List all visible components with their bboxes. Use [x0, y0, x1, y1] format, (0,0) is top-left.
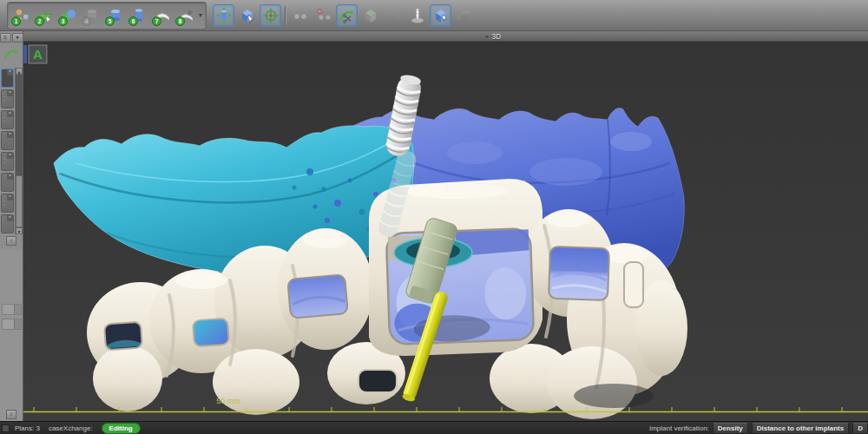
grab-cube-icon — [432, 7, 450, 24]
cube-gray-icon — [362, 7, 379, 24]
step-badge: 5 — [105, 16, 115, 26]
casexchange-label: caseXchange: — [49, 424, 93, 432]
cut-gray-arrow-icon — [456, 7, 473, 24]
pin-icon[interactable]: * — [7, 153, 13, 159]
step-button-model-alignment[interactable]: 3 — [57, 4, 79, 27]
distance-other-implants-button[interactable]: Distance to other implants — [752, 423, 849, 434]
density-button[interactable]: Density — [713, 423, 748, 434]
step-button-segmentation[interactable]: 2 — [34, 4, 56, 27]
viewport-tab-bar: ▸ 3D — [23, 31, 868, 42]
main-toolbar: 1 2 3 4 5 6 7 8 ▾ — [0, 0, 868, 31]
sidebar-caret-icon[interactable]: ▾ — [12, 33, 23, 43]
step-badge: 2 — [35, 16, 44, 26]
cut-green-arrow-icon — [339, 7, 356, 24]
pin-icon[interactable]: * — [7, 90, 13, 96]
viewport-3d[interactable]: 50 mm A — [23, 42, 868, 421]
far-right-window[interactable] — [624, 262, 643, 307]
target-crosshair-icon — [262, 7, 279, 24]
sidebar-scrollbar[interactable]: ▲ ▼ — [15, 68, 23, 234]
sidebar-panel[interactable]: * — [1, 214, 14, 233]
cut-view-button[interactable] — [336, 4, 358, 27]
guide-shadow — [574, 384, 654, 408]
sidebar-panel[interactable]: * — [1, 194, 14, 213]
bottom-window[interactable] — [358, 370, 397, 392]
sidebar-panel[interactable]: * — [1, 110, 14, 129]
pin-icon[interactable]: * — [7, 132, 13, 138]
cut-tool-button[interactable] — [453, 4, 475, 27]
sidebar-panel[interactable]: * — [1, 152, 14, 171]
step-overflow-caret-icon[interactable]: ▾ — [197, 11, 204, 19]
pin-icon[interactable]: * — [7, 194, 13, 201]
toolbar-divider — [285, 6, 286, 25]
pin-icon[interactable]: * — [7, 174, 13, 180]
pin-icon[interactable]: * — [7, 215, 13, 221]
move-implant-icon — [215, 7, 233, 24]
sidebar-panel[interactable]: * — [1, 173, 14, 192]
implant-verification-label: Implant verification: — [649, 424, 709, 432]
view-glasses-stop-button[interactable] — [312, 4, 334, 27]
select-cube-icon — [239, 7, 256, 24]
statusbar-grip-icon — [2, 424, 10, 432]
step-button-template-design[interactable]: 7 — [151, 4, 173, 27]
scale-label: 50 mm — [216, 397, 240, 405]
sidebar-panel[interactable]: * — [1, 89, 14, 108]
step-badge: 4 — [82, 16, 91, 26]
step-badge: 7 — [152, 16, 161, 26]
sidebar-menu-icon[interactable]: ≡ — [0, 33, 11, 43]
step-button-implant-planning[interactable]: 5 — [104, 4, 126, 27]
status-bar: Plans: 3 caseXchange: Editing Implant ve… — [0, 421, 868, 434]
glasses-stop-icon — [315, 7, 332, 24]
add-implant-button[interactable] — [406, 4, 428, 27]
step-badge: 8 — [175, 16, 185, 26]
step-badge: 1 — [11, 16, 21, 26]
move-implant-button[interactable] — [213, 4, 234, 27]
sidebar-panel[interactable]: * — [1, 131, 14, 150]
pin-icon[interactable]: * — [7, 69, 13, 76]
tab-3d-label: 3D — [491, 32, 501, 41]
truncated-button[interactable]: D — [852, 423, 868, 434]
step-button-cylinder[interactable]: 4 — [81, 4, 102, 27]
scroll-track[interactable] — [16, 75, 23, 175]
undo-arrow-icon — [385, 7, 403, 24]
scroll-down-icon[interactable]: ▼ — [16, 227, 23, 234]
step-badge: 6 — [128, 16, 138, 26]
step-button-sleeve-planning[interactable]: 6 — [128, 4, 149, 27]
scroll-thumb[interactable] — [16, 175, 23, 227]
grab-object-button[interactable] — [430, 4, 451, 27]
sidebar-lower-panel: ↕ — [0, 250, 23, 421]
scroll-up-icon[interactable]: ▲ — [16, 68, 23, 75]
glasses-icon — [292, 7, 309, 24]
lower-left-window-b[interactable] — [193, 319, 229, 347]
play-icon: ▸ — [486, 33, 490, 40]
step-badge: 3 — [58, 16, 68, 26]
target-point-button[interactable] — [260, 4, 281, 27]
sidebar-cut-tool-button[interactable] — [3, 48, 19, 65]
left-window[interactable] — [287, 274, 348, 319]
orientation-label: A — [33, 47, 43, 62]
left-sidebar: ≡ ▾ * * * * * * * * ▲ ▼ ↕ ↕ — [0, 31, 23, 421]
editing-status-badge[interactable]: Editing — [102, 423, 141, 434]
cube-view-button[interactable] — [359, 4, 381, 27]
undo-button[interactable] — [383, 4, 404, 27]
step-button-template-export[interactable]: 8 — [174, 4, 196, 27]
sidebar-panel-active[interactable]: * — [1, 69, 14, 88]
sidebar-spin-button[interactable]: ↕ — [6, 236, 16, 246]
sidebar-bottom-spin-button[interactable]: ↕ — [6, 410, 16, 419]
right-window[interactable] — [549, 247, 609, 300]
step-button-patient-data[interactable]: 1 — [10, 4, 32, 27]
tab-3d[interactable]: ▸ 3D — [486, 32, 501, 41]
plans-count: Plans: 3 — [15, 424, 40, 432]
lower-left-window-a[interactable] — [104, 322, 142, 351]
workflow-step-group: 1 2 3 4 5 6 7 8 ▾ — [7, 2, 207, 30]
implant-screw-icon — [409, 7, 426, 24]
select-object-button[interactable] — [236, 4, 258, 27]
view-glasses-button[interactable] — [289, 4, 311, 27]
sidebar-lower-row[interactable] — [2, 304, 22, 315]
scene-canvas[interactable]: 50 mm A — [23, 42, 868, 421]
green-cut-icon — [3, 48, 19, 62]
sidebar-lower-row[interactable] — [2, 319, 22, 330]
pin-icon[interactable]: * — [7, 111, 13, 117]
